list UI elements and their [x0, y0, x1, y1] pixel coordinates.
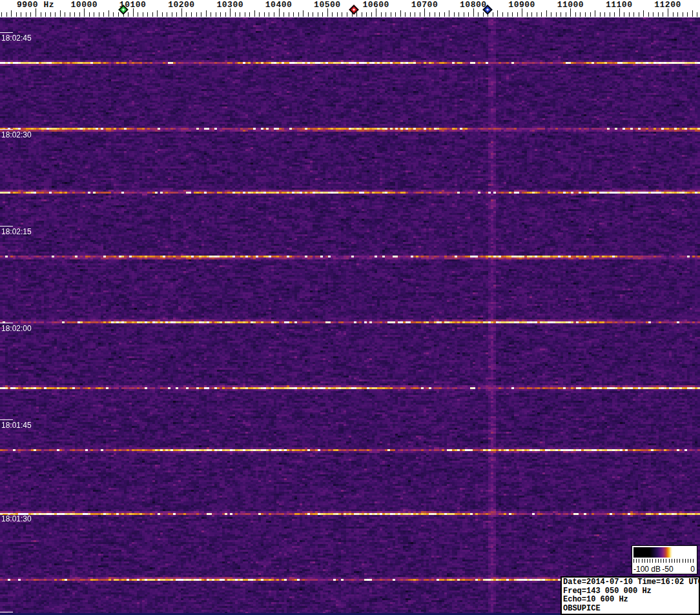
freq-tick [45, 12, 46, 17]
blue-marker-core [486, 8, 489, 11]
freq-tick [683, 12, 683, 17]
freq-tick [610, 12, 610, 17]
db-label-mid: -50 [659, 565, 676, 574]
freq-tick [322, 12, 323, 17]
freq-tick [493, 12, 493, 17]
db-scale-ticks [633, 559, 695, 563]
freq-tick [308, 12, 309, 17]
freq-tick [196, 12, 197, 17]
freq-tick [152, 12, 153, 17]
freq-tick [639, 12, 639, 17]
freq-axis-label: 11200 [654, 0, 681, 10]
freq-tick [429, 12, 430, 17]
freq-tick [283, 12, 284, 17]
freq-tick [556, 12, 557, 17]
color-scale-panel: -100 dB -50 0 [632, 545, 697, 574]
freq-tick [541, 12, 542, 17]
freq-axis-label: 11100 [606, 0, 633, 10]
freq-tick [30, 12, 31, 17]
freq-axis-label: 11000 [557, 0, 584, 10]
freq-axis-label: 10600 [362, 0, 389, 10]
time-label: 18:01:30 [1, 514, 32, 523]
freq-tick [468, 12, 469, 17]
frequency-axis-ruler: 9900 Hz100001010010200103001040010500106… [0, 0, 700, 17]
freq-tick [118, 12, 119, 17]
freq-tick [70, 12, 70, 17]
freq-tick [454, 12, 455, 17]
freq-tick [55, 12, 56, 17]
freq-tick [206, 10, 207, 17]
freq-tick [50, 12, 51, 17]
freq-axis-label: 10700 [411, 0, 438, 10]
info-frequency: Freq=143 050 000 Hz [563, 587, 697, 596]
freq-tick [342, 12, 342, 17]
freq-tick [624, 12, 624, 17]
time-label: 18:02:45 [1, 34, 32, 43]
freq-tick [26, 12, 26, 17]
freq-axis-label: 10400 [265, 0, 293, 10]
freq-tick [201, 12, 201, 17]
freq-tick [65, 12, 65, 17]
freq-tick [337, 12, 338, 17]
freq-tick [332, 12, 333, 17]
freq-tick [663, 12, 663, 17]
freq-tick [128, 12, 129, 17]
freq-tick [216, 12, 216, 17]
freq-tick [108, 10, 109, 17]
freq-tick [580, 12, 581, 17]
spectrogram-app-window: 9900 Hz100001010010200103001040010500106… [0, 0, 700, 615]
freq-tick [531, 12, 532, 17]
freq-tick [225, 12, 226, 17]
freq-tick [677, 12, 678, 17]
freq-tick [546, 10, 547, 17]
freq-axis-label: 10500 [314, 0, 341, 10]
freq-tick [211, 12, 211, 17]
freq-axis-label: 9900 Hz [17, 0, 54, 10]
freq-tick [366, 12, 367, 17]
freq-tick [464, 12, 464, 17]
freq-tick [386, 12, 386, 17]
time-tick [0, 419, 13, 420]
freq-tick [590, 12, 591, 17]
info-date-time: Date=2014-07-10 Time=16:02 UTC [563, 578, 697, 587]
time-tick [0, 226, 13, 227]
freq-tick [439, 12, 440, 17]
time-tick [0, 612, 13, 612]
freq-tick [113, 12, 114, 17]
freq-tick [143, 12, 143, 17]
time-tick [0, 513, 13, 514]
freq-tick [347, 12, 347, 17]
freq-tick [614, 12, 615, 17]
freq-tick [502, 12, 503, 17]
red-marker-diamond-icon[interactable] [349, 5, 359, 15]
time-label: 18:02:00 [1, 324, 32, 333]
freq-tick [186, 12, 187, 17]
freq-tick [400, 10, 401, 17]
freq-tick [415, 12, 415, 17]
freq-tick [483, 12, 484, 17]
freq-tick [240, 12, 240, 17]
freq-tick [381, 12, 382, 17]
freq-axis-label: 10200 [168, 0, 195, 10]
info-echo: Echo=10 600 Hz [563, 596, 697, 605]
freq-tick [264, 12, 265, 17]
freq-tick [235, 12, 236, 17]
freq-tick [356, 12, 357, 17]
freq-tick [566, 12, 566, 17]
freq-tick [391, 12, 391, 17]
freq-tick [692, 10, 693, 17]
freq-tick [444, 12, 445, 17]
freq-tick [147, 12, 148, 17]
freq-tick [303, 10, 304, 17]
db-label-min: -100 dB [633, 565, 661, 574]
observation-info-box: Date=2014-07-10 Time=16:02 UTC Freq=143 … [561, 576, 700, 615]
freq-tick [254, 10, 255, 17]
freq-tick [658, 12, 659, 17]
freq-axis-label: 10300 [216, 0, 243, 10]
freq-tick [6, 12, 7, 17]
freq-tick [269, 12, 269, 17]
freq-tick [94, 12, 94, 17]
freq-tick [395, 12, 396, 17]
freq-tick [653, 12, 654, 17]
freq-tick [167, 12, 167, 17]
